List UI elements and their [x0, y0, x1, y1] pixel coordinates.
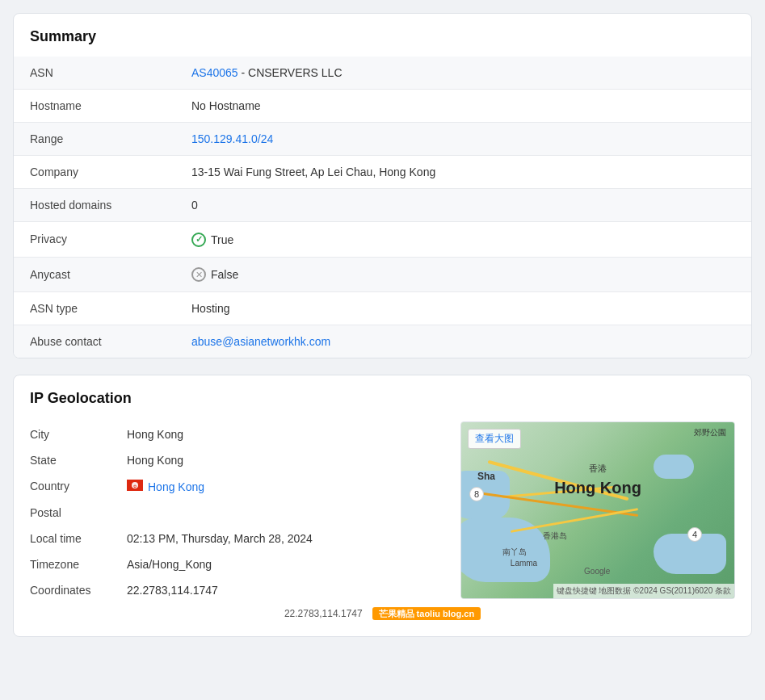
- geo-label: City: [30, 421, 127, 447]
- watermark-area: 22.2783,114.1747 芒果精品 taoliu blog.cn: [30, 606, 735, 620]
- geo-row: Local time02:13 PM, Thursday, March 28, …: [30, 526, 444, 551]
- summary-value: No Hostname: [175, 90, 751, 123]
- summary-value[interactable]: 150.129.41.0/24: [175, 123, 751, 156]
- summary-label: Abuse contact: [14, 325, 175, 358]
- summary-link[interactable]: 150.129.41.0/24: [191, 132, 273, 145]
- geo-value: 22.2783,114.1747: [127, 577, 444, 603]
- summary-label: ASN: [14, 57, 175, 90]
- map-park-label: 郊野公園: [694, 427, 726, 438]
- boolean-true-icon: ✓True: [191, 233, 233, 247]
- map-badge2: 8: [469, 487, 484, 501]
- map-city-cn-label: 香港: [589, 463, 607, 475]
- summary-row: Abuse contactabuse@asianetworkhk.com: [14, 325, 751, 358]
- summary-row: Range150.129.41.0/24: [14, 123, 751, 156]
- map-view-large-button[interactable]: 查看大图: [468, 429, 521, 449]
- boolean-label: True: [211, 233, 233, 246]
- coords-display: 22.2783,114.1747: [284, 608, 363, 619]
- summary-label: Range: [14, 123, 175, 156]
- summary-table: ASNAS40065 - CNSERVERS LLCHostnameNo Hos…: [14, 57, 751, 358]
- geo-content: CityHong KongStateHong KongCountry ✿ Hon…: [30, 421, 735, 603]
- geo-value[interactable]: ✿ Hong Kong: [127, 473, 444, 500]
- summary-row: Privacy✓True: [14, 222, 751, 258]
- geo-value: 02:13 PM, Thursday, March 28, 2024: [127, 526, 444, 551]
- map-container: 郊野公園 Sha 香港 Hong Kong 香港岛 南丫岛 Lamma Goog…: [460, 421, 735, 599]
- geo-value: [127, 500, 444, 526]
- geo-value: Hong Kong: [127, 447, 444, 473]
- summary-row: HostnameNo Hostname: [14, 90, 751, 123]
- flag-link-wrapper[interactable]: ✿ Hong Kong: [127, 480, 204, 493]
- geo-label: State: [30, 447, 127, 473]
- map-attribution: 键盘快捷键 地图数据 ©2024 GS(2011)6020 条款: [553, 584, 734, 598]
- geo-table: CityHong KongStateHong KongCountry ✿ Hon…: [30, 421, 444, 603]
- summary-value[interactable]: AS40065 - CNSERVERS LLC: [175, 57, 751, 90]
- map-city-label: Hong Kong: [554, 479, 641, 497]
- summary-value[interactable]: abuse@asianetworkhk.com: [175, 325, 751, 358]
- summary-label: ASN type: [14, 292, 175, 325]
- geo-label: Local time: [30, 526, 127, 551]
- map-lamma-label: Lamma: [511, 559, 537, 568]
- summary-value: 13-15 Wai Fung Street, Ap Lei Chau, Hong…: [175, 156, 751, 189]
- geo-value: Hong Kong: [127, 421, 444, 447]
- geo-label: Coordinates: [30, 577, 127, 603]
- geo-label: Country: [30, 473, 127, 500]
- geo-value: Asia/Hong_Kong: [127, 551, 444, 577]
- summary-label: Hostname: [14, 90, 175, 123]
- map-placeholder: 郊野公園 Sha 香港 Hong Kong 香港岛 南丫岛 Lamma Goog…: [461, 422, 734, 598]
- summary-link[interactable]: abuse@asianetworkhk.com: [191, 335, 330, 348]
- geo-label: Postal: [30, 500, 127, 526]
- summary-row: Company13-15 Wai Fung Street, Ap Lei Cha…: [14, 156, 751, 189]
- geo-section: CityHong KongStateHong KongCountry ✿ Hon…: [14, 421, 751, 636]
- map-sha-label: Sha: [477, 471, 495, 482]
- summary-row: Anycast✕False: [14, 257, 751, 292]
- watermark-text: 芒果精品 taoliu blog.cn: [372, 607, 481, 620]
- geolocation-title: IP Geolocation: [14, 375, 751, 418]
- hk-flag-icon: ✿: [127, 480, 143, 493]
- summary-row: ASNAS40065 - CNSERVERS LLC: [14, 57, 751, 90]
- summary-label: Anycast: [14, 257, 175, 292]
- boolean-label: False: [211, 268, 238, 281]
- summary-row: ASN typeHosting: [14, 292, 751, 325]
- geo-row: Country ✿ Hong Kong: [30, 473, 444, 500]
- summary-row: Hosted domains0: [14, 189, 751, 222]
- boolean-false-icon: ✕False: [191, 267, 238, 282]
- x-icon: ✕: [191, 267, 206, 282]
- geo-label: Timezone: [30, 551, 127, 577]
- geolocation-card: IP Geolocation CityHong KongStateHong Ko…: [13, 375, 752, 637]
- map-island1-label: 香港岛: [543, 530, 567, 542]
- svg-text:✿: ✿: [133, 484, 137, 488]
- geo-row: TimezoneAsia/Hong_Kong: [30, 551, 444, 577]
- summary-link[interactable]: AS40065: [191, 66, 238, 79]
- summary-label: Hosted domains: [14, 189, 175, 222]
- map-badge: 4: [687, 527, 702, 542]
- summary-value: ✕False: [175, 257, 751, 292]
- summary-extra-text: - CNSERVERS LLC: [238, 66, 343, 79]
- summary-label: Company: [14, 156, 175, 189]
- country-link[interactable]: Hong Kong: [148, 480, 204, 493]
- geo-row: Coordinates22.2783,114.1747: [30, 577, 444, 603]
- geo-row: StateHong Kong: [30, 447, 444, 473]
- summary-card: Summary ASNAS40065 - CNSERVERS LLCHostna…: [13, 13, 752, 358]
- summary-value: 0: [175, 189, 751, 222]
- summary-title: Summary: [14, 14, 751, 57]
- check-icon: ✓: [191, 233, 206, 247]
- summary-value: ✓True: [175, 222, 751, 258]
- geo-row: Postal: [30, 500, 444, 526]
- summary-label: Privacy: [14, 222, 175, 258]
- map-google-label: Google: [584, 567, 610, 576]
- map-island2-label: 南丫岛: [502, 547, 527, 558]
- geo-row: CityHong Kong: [30, 421, 444, 447]
- summary-value: Hosting: [175, 292, 751, 325]
